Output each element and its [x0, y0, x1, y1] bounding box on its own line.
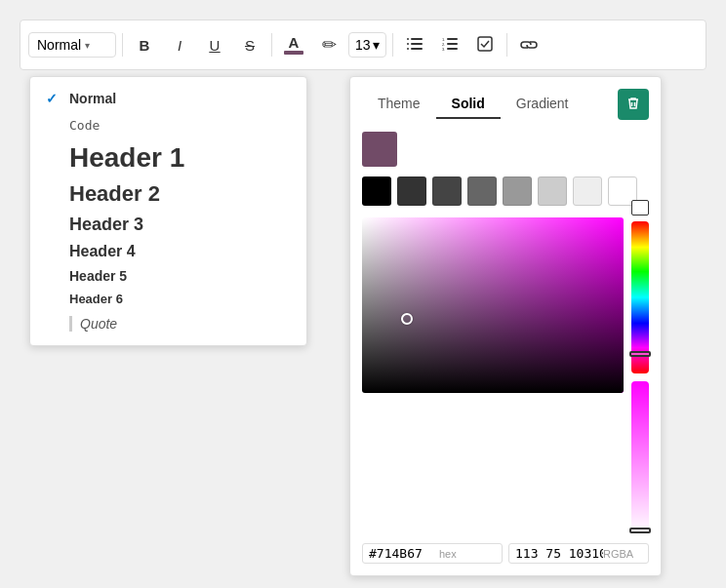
gradient-value: [362, 217, 624, 393]
color-inputs: hex RGBA: [362, 543, 649, 564]
preset-gray1[interactable]: [467, 176, 497, 206]
svg-rect-4: [407, 48, 409, 50]
bold-button[interactable]: B: [129, 29, 160, 60]
rgba-label: RGBA: [603, 548, 633, 560]
hex-label: hex: [439, 548, 457, 560]
dropdown-item-h2[interactable]: Header 2: [30, 177, 306, 211]
font-size-value: 13: [355, 37, 371, 53]
dropdown-item-quote[interactable]: Quote: [30, 310, 306, 337]
brush-icon: ✏: [322, 34, 337, 56]
dropdown-item-code-label: Code: [69, 118, 100, 133]
preset-light2[interactable]: [573, 176, 602, 206]
dropdown-item-h1-label: Header 1: [69, 142, 184, 174]
italic-button[interactable]: I: [164, 29, 195, 60]
font-size-button[interactable]: 13 ▾: [348, 32, 386, 58]
hex-input[interactable]: [369, 546, 437, 561]
checkmark-icon: ✓: [46, 91, 61, 106]
dropdown-item-h4-label: Header 4: [69, 243, 136, 260]
dropdown-item-h3-label: Header 3: [69, 215, 143, 235]
opacity-strip[interactable]: [631, 381, 649, 533]
rgba-input[interactable]: [515, 546, 603, 561]
hue-strip[interactable]: [631, 221, 649, 373]
font-color-letter: A: [289, 35, 300, 50]
svg-rect-7: [447, 38, 458, 40]
preset-gray2[interactable]: [503, 176, 532, 206]
checkbox-icon: [477, 36, 493, 55]
dropdown-item-h1[interactable]: Header 1: [30, 138, 306, 177]
format-dropdown-panel: ✓ Normal Code Header 1 Header 2 Header 3…: [29, 76, 307, 346]
list-ol-button[interactable]: 1. 2. 3.: [434, 29, 465, 60]
separator-2: [271, 33, 272, 57]
format-dropdown[interactable]: Normal ▾: [28, 32, 116, 58]
opacity-cursor: [629, 528, 651, 533]
tab-theme[interactable]: Theme: [362, 90, 436, 119]
color-tab-group: Theme Solid Gradient: [362, 90, 585, 119]
dropdown-item-h5-label: Header 5: [69, 268, 127, 284]
underline-button[interactable]: U: [199, 29, 230, 60]
dropdown-item-code[interactable]: Code: [30, 112, 306, 138]
color-tabs: Theme Solid Gradient: [362, 89, 649, 120]
separator-3: [392, 33, 393, 57]
svg-rect-3: [411, 43, 423, 45]
dropdown-item-normal-label: Normal: [69, 91, 116, 106]
dropdown-item-h6-label: Header 6: [69, 292, 123, 306]
hex-input-wrap: hex: [362, 543, 503, 564]
dropdown-item-h5[interactable]: Header 5: [30, 264, 306, 288]
dropdown-item-normal[interactable]: ✓ Normal: [30, 85, 306, 112]
format-dropdown-label: Normal: [37, 37, 81, 53]
dropdown-item-quote-label: Quote: [69, 316, 117, 332]
preset-light1[interactable]: [538, 176, 567, 206]
strikethrough-button[interactable]: S: [234, 29, 265, 60]
toolbar: Normal ▾ B I U S A ✏ 13 ▾: [20, 20, 706, 70]
dropdown-item-h6[interactable]: Header 6: [30, 288, 306, 310]
format-dropdown-arrow: ▾: [85, 40, 90, 51]
link-icon: [520, 37, 538, 54]
dropdown-item-h4[interactable]: Header 4: [30, 239, 306, 264]
svg-rect-0: [407, 38, 409, 40]
svg-rect-2: [407, 43, 409, 45]
selected-color-swatch: [362, 132, 397, 167]
svg-rect-5: [411, 48, 423, 50]
hue-strip-container: [631, 217, 649, 533]
svg-rect-11: [447, 48, 458, 50]
svg-rect-1: [411, 38, 423, 40]
svg-rect-9: [447, 43, 458, 45]
font-color-indicator: [284, 51, 303, 55]
color-gradient-area: [362, 217, 649, 533]
gradient-canvas[interactable]: [362, 217, 624, 393]
tab-solid[interactable]: Solid: [436, 90, 501, 119]
preset-dark2[interactable]: [432, 176, 462, 206]
brush-button[interactable]: ✏: [313, 29, 344, 60]
delete-color-button[interactable]: [618, 89, 649, 120]
hue-cursor: [629, 351, 651, 357]
separator-4: [506, 33, 507, 57]
separator-1: [122, 33, 123, 57]
list-ul-icon: [407, 37, 423, 54]
svg-text:3.: 3.: [442, 47, 445, 51]
svg-rect-12: [478, 37, 492, 51]
trash-icon: [626, 97, 640, 113]
preset-dark1[interactable]: [397, 176, 426, 206]
color-picker-panel: Theme Solid Gradient: [349, 76, 662, 576]
link-button[interactable]: [513, 29, 544, 60]
tab-gradient[interactable]: Gradient: [501, 90, 585, 119]
list-ul-button[interactable]: [399, 29, 430, 60]
opacity-top-indicator: [631, 200, 649, 216]
checkbox-button[interactable]: [469, 29, 501, 60]
preset-black[interactable]: [362, 176, 391, 206]
dropdown-item-h3[interactable]: Header 3: [30, 211, 306, 239]
preset-colors: [362, 176, 649, 206]
rgba-input-wrap: RGBA: [508, 543, 649, 564]
list-ol-icon: 1. 2. 3.: [442, 37, 458, 54]
font-color-button[interactable]: A: [278, 29, 309, 60]
font-size-arrow: ▾: [373, 37, 380, 53]
dropdown-item-h2-label: Header 2: [69, 181, 160, 207]
